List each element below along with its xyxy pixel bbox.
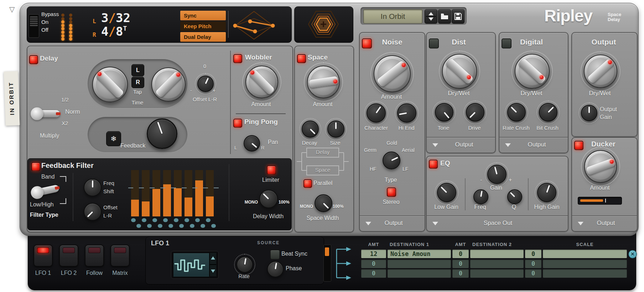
noise-output-dropdown-icon[interactable] <box>365 222 371 225</box>
matrix-destination1-cell[interactable]: Noise Amoun <box>388 250 451 258</box>
wobbler-amount-knob[interactable] <box>245 66 278 98</box>
lfo-wave-scrollbar[interactable] <box>209 253 216 276</box>
ducker-output-label[interactable]: Output <box>586 220 625 227</box>
space-amount-knob[interactable] <box>307 66 340 98</box>
preset-spinner-button[interactable] <box>425 9 437 24</box>
preset-down-icon[interactable] <box>429 17 433 21</box>
tab-lfo-2[interactable]: LFO 2 <box>57 245 80 276</box>
drive-knob[interactable] <box>466 103 484 122</box>
pan-knob[interactable] <box>244 135 260 152</box>
matrix-scale-value-cell[interactable]: 0 <box>525 250 541 258</box>
filter-band-bar[interactable] <box>142 170 150 216</box>
filter-band-bar[interactable] <box>174 170 182 216</box>
eq-spaceout-dropdown-icon[interactable] <box>432 222 438 225</box>
dist-output-label[interactable]: Output <box>445 141 484 148</box>
matrix-scale-value-cell[interactable]: 0 <box>525 260 541 268</box>
mode-button-keep-pitch[interactable]: Keep Pitch <box>180 21 226 31</box>
modulation-network-icon[interactable] <box>232 9 278 41</box>
tab-button[interactable] <box>59 245 78 267</box>
space-width-knob[interactable] <box>315 194 332 212</box>
filter-band-bar[interactable] <box>152 170 160 216</box>
tab-matrix[interactable]: Matrix <box>108 245 132 276</box>
digital-output-dropdown-icon[interactable] <box>505 143 511 147</box>
noise-output-label[interactable]: Output <box>374 220 413 227</box>
filter-threshold-line[interactable] <box>128 188 219 188</box>
tab-button[interactable] <box>110 245 130 267</box>
lfo-rate-knob[interactable] <box>237 256 253 273</box>
space-hexagon-icon[interactable] <box>298 7 348 41</box>
tab-lfo-1[interactable]: LFO 1 <box>31 245 55 276</box>
corner-resize-marker[interactable]: ▽ <box>9 5 15 14</box>
noise-output-footer[interactable]: Output <box>360 215 425 231</box>
decay-knob[interactable] <box>302 121 319 138</box>
eq-enable-led[interactable] <box>429 160 438 169</box>
pingpong-enable-led[interactable] <box>233 119 242 128</box>
wobbler-enable-led[interactable] <box>233 54 242 63</box>
delay-time-right-knob[interactable] <box>151 67 186 102</box>
filter-offset-lr-knob[interactable] <box>84 203 102 221</box>
digital-drywet-knob[interactable] <box>515 54 550 89</box>
output-drywet-knob[interactable] <box>584 55 617 88</box>
noise-enable-led[interactable] <box>362 39 372 48</box>
eq-q-knob[interactable] <box>507 189 522 204</box>
eq-freq-knob[interactable] <box>473 189 488 204</box>
lfo-wave-display[interactable] <box>173 253 209 277</box>
stereo-led[interactable] <box>387 188 396 197</box>
freeze-button[interactable]: ❄ <box>106 131 121 146</box>
dist-drywet-knob[interactable] <box>442 54 477 89</box>
preset-load-button[interactable] <box>438 9 451 24</box>
wave-up-icon[interactable] <box>211 256 215 260</box>
matrix-amt2-cell[interactable]: 0 <box>452 250 469 258</box>
multiply-half-label[interactable]: 1/2 <box>61 97 69 103</box>
tab-button[interactable] <box>85 245 104 267</box>
wave-down-icon[interactable] <box>211 270 215 273</box>
preset-display[interactable]: In Orbit <box>363 9 422 24</box>
digital-output-footer[interactable]: Output <box>499 137 568 153</box>
output-gain-knob[interactable] <box>581 105 597 121</box>
dist-output-dropdown-icon[interactable] <box>432 143 438 147</box>
delay-enable-led[interactable] <box>29 55 38 64</box>
matrix-amt1-cell[interactable]: 12 <box>361 250 386 258</box>
mode-button-sync[interactable]: Sync <box>180 11 226 20</box>
matrix-destination2-cell[interactable] <box>470 260 524 268</box>
rate-crush-knob[interactable] <box>507 103 526 122</box>
filter-band-bar[interactable] <box>163 170 171 216</box>
tap-right-button[interactable]: R <box>131 77 144 88</box>
multiply-switch[interactable] <box>31 106 61 122</box>
matrix-destination2-cell[interactable] <box>470 250 524 258</box>
noise-amount-knob[interactable] <box>374 55 411 92</box>
matrix-amt1-cell[interactable]: 0 <box>361 269 386 278</box>
mod-slider-handle[interactable] <box>325 247 329 256</box>
matrix-amt2-cell[interactable]: 0 <box>452 260 469 268</box>
filter-band-bar[interactable] <box>195 170 203 216</box>
limiter-led[interactable] <box>267 165 276 175</box>
multiply-norm-label[interactable]: Norm <box>65 108 80 116</box>
tab-button[interactable] <box>33 245 53 267</box>
digital-output-label[interactable]: Output <box>517 141 556 148</box>
size-knob[interactable] <box>327 121 344 138</box>
matrix-remove-button[interactable]: ✕ <box>628 250 637 258</box>
eq-gain-knob[interactable] <box>487 165 507 184</box>
space-enable-led[interactable] <box>297 54 306 63</box>
power-switch[interactable] <box>28 14 39 38</box>
dist-enable-led[interactable] <box>429 39 439 48</box>
matrix-destination2-cell[interactable] <box>470 269 524 278</box>
ducker-output-dropdown-icon[interactable] <box>578 222 583 225</box>
filter-band-bar[interactable] <box>185 170 192 216</box>
tap-left-button[interactable]: L <box>131 64 144 76</box>
hi-end-knob[interactable] <box>397 103 416 123</box>
freq-shift-knob[interactable] <box>84 179 102 196</box>
lfo-phase-knob[interactable] <box>267 261 284 277</box>
filter-band-label[interactable]: Band <box>41 174 54 180</box>
matrix-destination1-cell[interactable] <box>388 269 451 278</box>
character-knob[interactable] <box>367 103 386 123</box>
mod-amount-slider[interactable] <box>323 245 331 282</box>
multiply-x2-label[interactable]: X2 <box>62 120 68 126</box>
tone-knob[interactable] <box>435 103 453 122</box>
delay-width-knob[interactable] <box>259 190 278 208</box>
preset-save-button[interactable] <box>452 9 464 24</box>
power-switch-handle[interactable] <box>30 16 38 26</box>
matrix-scale-slider[interactable] <box>543 260 627 268</box>
feedback-filter-enable-led[interactable] <box>31 162 40 171</box>
filter-band-bar[interactable] <box>131 170 139 216</box>
